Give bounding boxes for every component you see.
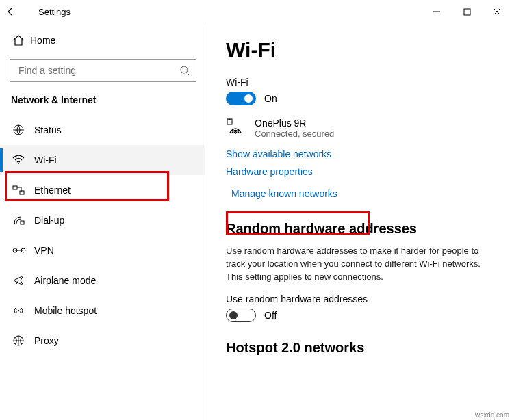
content-pane: Wi-Fi Wi-Fi On OnePlus 9R Connected, sec… <box>205 23 512 420</box>
svg-rect-8 <box>13 186 17 189</box>
wifi-toggle-state: On <box>264 93 277 104</box>
dialup-icon <box>12 215 34 226</box>
hotspot-heading: Hotspot 2.0 networks <box>226 340 491 356</box>
rha-heading: Random hardware addresses <box>226 221 491 237</box>
sidebar-item-vpn[interactable]: VPN <box>0 235 205 265</box>
rha-toggle[interactable]: Off <box>226 309 491 322</box>
wifi-toggle[interactable]: On <box>226 92 491 105</box>
sidebar-item-airplane[interactable]: Airplane mode <box>0 265 205 296</box>
window-title: Settings <box>29 7 71 17</box>
network-name: OnePlus 9R <box>255 118 334 129</box>
home-icon <box>12 34 30 47</box>
rha-toggle-state: Off <box>264 310 277 321</box>
hotspot-icon <box>12 305 34 316</box>
sidebar-item-label: Proxy <box>34 335 59 346</box>
minimize-button[interactable] <box>422 0 452 23</box>
airplane-icon <box>12 274 34 287</box>
proxy-icon <box>12 335 34 346</box>
search-box[interactable] <box>10 59 196 82</box>
svg-rect-11 <box>21 221 24 224</box>
sidebar-item-dialup[interactable]: Dial-up <box>0 205 205 235</box>
wifi-lock-icon <box>226 118 246 135</box>
ethernet-icon <box>12 185 34 196</box>
svg-rect-1 <box>464 9 470 15</box>
sidebar-item-wifi[interactable]: Wi-Fi <box>0 145 205 175</box>
svg-point-7 <box>18 163 19 164</box>
svg-point-4 <box>181 66 188 73</box>
sidebar-category: Network & Internet <box>0 92 205 115</box>
svg-rect-17 <box>227 119 232 124</box>
home-label: Home <box>30 35 55 46</box>
sidebar-item-ethernet[interactable]: Ethernet <box>0 175 205 205</box>
maximize-button[interactable] <box>452 0 482 23</box>
current-network: OnePlus 9R Connected, secured <box>226 118 491 139</box>
svg-point-10 <box>14 223 15 224</box>
watermark: wsxdn.com <box>475 411 509 419</box>
link-show-available[interactable]: Show available networks <box>226 148 491 159</box>
wifi-label: Wi-Fi <box>226 77 491 88</box>
svg-point-15 <box>18 310 19 311</box>
sidebar-item-proxy[interactable]: Proxy <box>0 326 205 356</box>
sidebar-item-label: Ethernet <box>34 185 71 196</box>
titlebar: Settings <box>0 0 512 23</box>
svg-rect-9 <box>20 191 24 194</box>
home-link[interactable]: Home <box>0 29 205 52</box>
sidebar-item-status[interactable]: Status <box>0 115 205 145</box>
network-status: Connected, secured <box>255 129 334 139</box>
sidebar-item-label: Wi-Fi <box>34 155 57 166</box>
sidebar-item-label: Status <box>34 124 62 135</box>
sidebar-item-label: VPN <box>34 245 54 256</box>
wifi-icon <box>12 155 34 166</box>
vpn-icon <box>12 246 34 255</box>
sidebar-item-label: Mobile hotspot <box>34 305 97 316</box>
sidebar-item-label: Dial-up <box>34 215 64 226</box>
sidebar-item-hotspot[interactable]: Mobile hotspot <box>0 296 205 326</box>
sidebar-item-label: Airplane mode <box>34 275 96 286</box>
back-button[interactable] <box>5 6 29 17</box>
search-input[interactable] <box>17 64 179 77</box>
svg-point-18 <box>235 133 236 134</box>
status-icon <box>12 124 34 136</box>
close-button[interactable] <box>482 0 512 23</box>
link-manage-known[interactable]: Manage known networks <box>226 184 491 203</box>
rha-sublabel: Use random hardware addresses <box>226 293 491 304</box>
rha-description: Use random hardware addresses to make it… <box>226 245 491 284</box>
page-title: Wi-Fi <box>226 38 491 62</box>
sidebar: Home Network & Internet Status Wi-Fi <box>0 23 205 420</box>
svg-line-5 <box>187 73 190 75</box>
search-icon <box>179 65 190 76</box>
window-controls <box>422 0 512 23</box>
link-hardware-props[interactable]: Hardware properties <box>226 166 491 177</box>
